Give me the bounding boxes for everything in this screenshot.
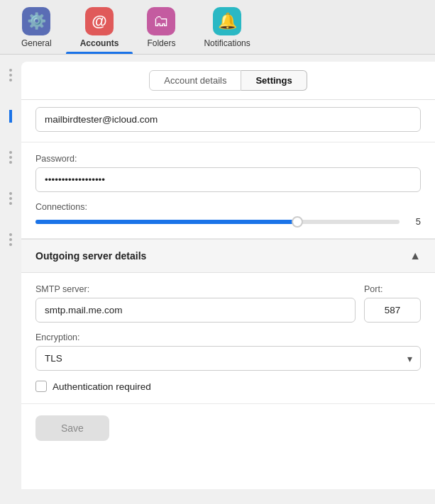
save-button[interactable]: Save: [35, 415, 109, 441]
connections-slider[interactable]: [35, 220, 400, 224]
nav-item-notifications[interactable]: 🔔 Notifications: [189, 0, 264, 54]
outgoing-server-body: SMTP server: Port: Encryption: TLS SSL: [21, 273, 435, 403]
smtp-server-field: SMTP server:: [35, 284, 356, 323]
encryption-label: Encryption:: [35, 332, 421, 342]
slider-thumb: [292, 216, 303, 228]
nav-item-general[interactable]: ⚙️ General: [7, 0, 66, 54]
nav-label-folders: Folders: [147, 38, 175, 48]
port-input[interactable]: [364, 298, 421, 323]
connections-row: 5: [35, 216, 421, 227]
auth-row: Authentication required: [35, 381, 421, 392]
notifications-icon: 🔔: [213, 7, 241, 35]
sidebar-dot-4[interactable]: [9, 192, 12, 205]
port-field: Port:: [364, 284, 421, 323]
connections-field: Connections: 5: [35, 202, 421, 227]
sidebar-dot-1[interactable]: [9, 69, 12, 82]
password-input[interactable]: [35, 167, 421, 192]
smtp-server-input[interactable]: [35, 298, 356, 323]
encryption-select[interactable]: TLS SSL None: [35, 346, 421, 371]
tab-bar: Account details Settings: [21, 62, 435, 100]
email-input[interactable]: [35, 107, 421, 132]
nav-label-notifications: Notifications: [204, 38, 250, 48]
tab-account-details[interactable]: Account details: [149, 70, 241, 91]
slider-fill: [35, 220, 297, 224]
top-navigation: ⚙️ General @ Accounts 🗂 Folders 🔔 Notifi…: [0, 0, 435, 55]
sidebar-dot-3[interactable]: [9, 151, 12, 164]
left-sidebar: [0, 55, 21, 489]
chevron-up-icon: ▲: [409, 250, 421, 262]
nav-item-folders[interactable]: 🗂 Folders: [133, 0, 189, 54]
password-section: Password: Connections: 5: [21, 142, 435, 239]
connections-value: 5: [407, 216, 421, 227]
main-panel: Account details Settings Password: Conne…: [21, 62, 435, 489]
nav-label-general: General: [21, 38, 52, 48]
port-label: Port:: [364, 284, 421, 294]
password-field: Password:: [35, 154, 421, 192]
form-scroll: Password: Connections: 5: [21, 100, 435, 489]
outgoing-server-header[interactable]: Outgoing server details ▲: [21, 239, 435, 273]
nav-label-accounts: Accounts: [80, 38, 119, 48]
encryption-row: Encryption: TLS SSL None ▾: [35, 332, 421, 371]
content-area: Account details Settings Password: Conne…: [0, 55, 435, 489]
general-icon: ⚙️: [22, 7, 50, 35]
encryption-select-wrapper: TLS SSL None ▾: [35, 346, 421, 371]
smtp-server-label: SMTP server:: [35, 284, 356, 294]
password-label: Password:: [35, 154, 421, 164]
nav-item-accounts[interactable]: @ Accounts: [66, 0, 133, 54]
auth-checkbox[interactable]: [35, 381, 47, 392]
smtp-port-row: SMTP server: Port:: [35, 284, 421, 323]
connections-label: Connections:: [35, 202, 421, 212]
save-area: Save: [21, 403, 435, 452]
sidebar-dot-2[interactable]: [9, 110, 12, 123]
auth-label: Authentication required: [53, 381, 151, 392]
outgoing-server-title: Outgoing server details: [35, 250, 146, 262]
sidebar-dot-5[interactable]: [9, 233, 12, 246]
email-section: [21, 100, 435, 142]
accounts-icon: @: [85, 7, 114, 35]
tab-settings[interactable]: Settings: [241, 70, 307, 91]
folders-icon: 🗂: [147, 7, 175, 35]
